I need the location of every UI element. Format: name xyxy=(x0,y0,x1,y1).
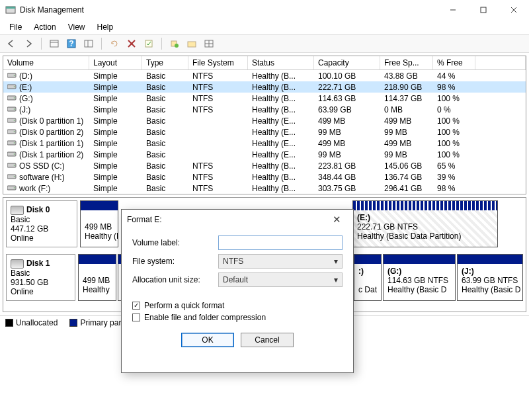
svg-point-30 xyxy=(14,120,15,121)
volume-icon xyxy=(7,117,17,124)
dialog-title: Format E: xyxy=(127,215,325,224)
disk-label[interactable]: Disk 1Basic931.50 GBOnline xyxy=(6,254,75,301)
delete-icon[interactable] xyxy=(124,36,139,51)
col-layout[interactable]: Layout xyxy=(89,56,142,69)
table-row[interactable]: (J:)SimpleBasicNTFSHealthy (B...63.99 GB… xyxy=(3,104,526,115)
menubar: File Action View Help xyxy=(0,20,529,34)
volume-icon xyxy=(7,83,17,90)
svg-rect-3 xyxy=(481,7,486,13)
allocation-select[interactable]: Default▾ xyxy=(218,273,343,287)
legend-unallocated: Unallocated xyxy=(5,318,58,327)
partition[interactable]: 499 MBHealthy (Re xyxy=(80,200,118,247)
titlebar: Disk Management xyxy=(0,0,529,20)
close-button[interactable] xyxy=(499,0,529,20)
partition[interactable]: 499 MBHealthy xyxy=(78,254,116,301)
back-button[interactable] xyxy=(4,36,19,51)
forward-button[interactable] xyxy=(21,36,36,51)
menu-action[interactable]: Action xyxy=(28,21,61,33)
format-dialog: Format E: ✕ Volume label: File system: N… xyxy=(121,209,354,373)
svg-point-42 xyxy=(14,187,15,189)
menu-help[interactable]: Help xyxy=(92,21,119,33)
col-free[interactable]: Free Sp... xyxy=(380,56,433,69)
folder-icon[interactable] xyxy=(184,36,199,51)
volume-icon xyxy=(7,106,17,112)
table-row[interactable]: (Disk 0 partition 2)SimpleBasicHealthy (… xyxy=(3,126,526,138)
volume-icon xyxy=(7,151,17,157)
menu-view[interactable]: View xyxy=(63,21,91,33)
svg-rect-17 xyxy=(188,42,196,47)
volume-icon xyxy=(7,72,17,79)
filesystem-label: File system: xyxy=(132,257,218,266)
volume-icon xyxy=(7,140,17,146)
svg-point-28 xyxy=(14,108,15,110)
table-row[interactable]: (Disk 1 partition 1)SimpleBasicHealthy (… xyxy=(3,138,526,149)
svg-point-32 xyxy=(14,131,15,132)
svg-point-36 xyxy=(14,153,15,155)
col-fs[interactable]: File System xyxy=(188,56,248,69)
svg-point-22 xyxy=(14,75,15,76)
properties-icon[interactable] xyxy=(142,36,156,51)
disk-icon xyxy=(11,206,24,215)
table-row[interactable]: (Disk 1 partition 2)SimpleBasicHealthy (… xyxy=(3,149,526,160)
svg-point-38 xyxy=(14,165,15,166)
svg-point-24 xyxy=(14,86,15,87)
filesystem-select[interactable]: NTFS▾ xyxy=(218,254,343,269)
compression-checkbox[interactable]: Enable file and folder compression xyxy=(132,313,343,322)
minimize-button[interactable] xyxy=(438,0,468,20)
col-capacity[interactable]: Capacity xyxy=(314,56,380,69)
volume-icon xyxy=(7,162,17,169)
toolbar: ? xyxy=(0,34,529,53)
col-type[interactable]: Type xyxy=(142,56,188,69)
col-status[interactable]: Status xyxy=(248,56,314,69)
table-header[interactable]: Volume Layout Type File System Status Ca… xyxy=(3,56,526,70)
volume-label-label: Volume label: xyxy=(132,238,218,247)
partition[interactable]: :)c Dat xyxy=(354,254,382,301)
svg-rect-1 xyxy=(6,7,15,9)
cancel-button[interactable]: Cancel xyxy=(241,333,294,347)
chevron-down-icon: ▾ xyxy=(334,257,338,266)
volume-icon xyxy=(7,128,17,135)
table-row[interactable]: OS SSD (C:)SimpleBasicNTFSHealthy (B...2… xyxy=(3,160,526,171)
table-row[interactable]: software (H:)SimpleBasicNTFSHealthy (B..… xyxy=(3,171,526,183)
col-pfree[interactable]: % Free xyxy=(433,56,475,69)
volume-icon xyxy=(7,173,17,180)
table-row[interactable]: (E:)SimpleBasicNTFSHealthy (B...222.71 G… xyxy=(3,81,526,93)
svg-point-16 xyxy=(175,44,179,48)
svg-rect-10 xyxy=(85,40,93,47)
partition[interactable]: (G:)114.63 GB NTFSHealthy (Basic D xyxy=(383,254,456,301)
volume-icon xyxy=(7,185,17,191)
table-row[interactable]: work (F:)SimpleBasicNTFSHealthy (B...303… xyxy=(3,183,526,194)
disk-label[interactable]: Disk 0Basic447.12 GBOnline xyxy=(6,200,77,247)
disk-icon xyxy=(11,259,24,269)
svg-point-40 xyxy=(14,176,15,177)
svg-point-34 xyxy=(14,142,15,144)
maximize-button[interactable] xyxy=(468,0,499,20)
app-icon xyxy=(5,5,16,15)
col-volume[interactable]: Volume xyxy=(3,56,89,69)
svg-text:?: ? xyxy=(69,39,73,48)
dialog-close-button[interactable]: ✕ xyxy=(325,214,348,226)
refresh-icon[interactable] xyxy=(107,36,122,51)
list-icon[interactable] xyxy=(47,36,61,51)
quick-format-checkbox[interactable]: ✓Perform a quick format xyxy=(132,301,343,310)
add-icon[interactable] xyxy=(167,36,182,51)
menu-file[interactable]: File xyxy=(4,21,27,33)
volume-icon xyxy=(7,95,17,101)
window-title: Disk Management xyxy=(20,5,438,15)
partition[interactable]: (E:)222.71 GB NTFSHealthy (Basic Data Pa… xyxy=(352,200,498,247)
partition[interactable]: (J:)63.99 GB NTFSHealthy (Basic D xyxy=(457,254,523,301)
table-row[interactable]: (D:)SimpleBasicNTFSHealthy (B...100.10 G… xyxy=(3,70,526,81)
table-row[interactable]: (Disk 0 partition 1)SimpleBasicHealthy (… xyxy=(3,115,526,126)
svg-point-26 xyxy=(14,97,15,99)
ok-button[interactable]: OK xyxy=(181,333,234,347)
chevron-down-icon: ▾ xyxy=(334,275,338,284)
allocation-label: Allocation unit size: xyxy=(132,275,218,284)
layout-icon[interactable] xyxy=(81,36,96,51)
table-icon[interactable] xyxy=(202,36,216,51)
help-icon[interactable]: ? xyxy=(64,36,79,51)
svg-rect-6 xyxy=(50,40,58,47)
volume-label-input[interactable] xyxy=(218,235,343,250)
table-row[interactable]: (G:)SimpleBasicNTFSHealthy (B...114.63 G… xyxy=(3,93,526,104)
volume-table: Volume Layout Type File System Status Ca… xyxy=(3,56,526,194)
